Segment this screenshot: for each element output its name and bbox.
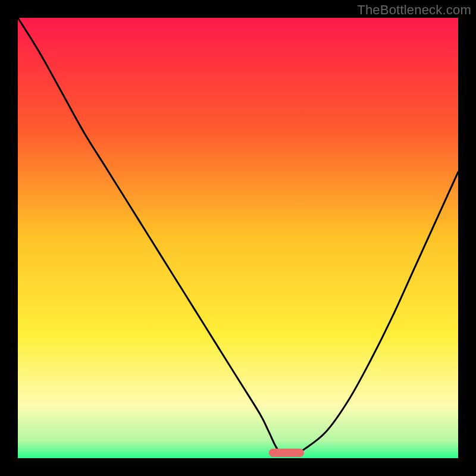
chart-frame: TheBottleneck.com — [0, 0, 476, 476]
watermark-text: TheBottleneck.com — [357, 2, 471, 18]
gradient-background — [18, 18, 458, 458]
optimal-marker — [269, 449, 304, 457]
plot-area — [18, 18, 458, 458]
chart-svg — [18, 18, 458, 458]
